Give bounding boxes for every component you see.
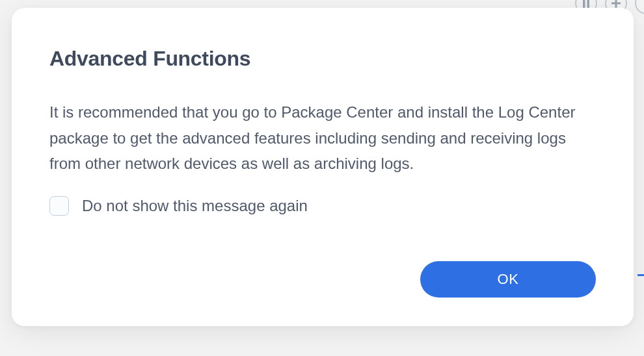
svg-rect-3 xyxy=(611,3,621,5)
background-accent-line xyxy=(637,274,644,276)
dialog-body-text: It is recommended that you go to Package… xyxy=(49,99,596,177)
dialog-footer: OK xyxy=(49,261,596,298)
do-not-show-label[interactable]: Do not show this message again xyxy=(82,197,308,215)
svg-rect-1 xyxy=(587,0,590,8)
do-not-show-checkbox[interactable] xyxy=(49,196,69,216)
ok-button[interactable]: OK xyxy=(420,261,596,298)
advanced-functions-dialog: Advanced Functions It is recommended tha… xyxy=(12,8,634,326)
dialog-title: Advanced Functions xyxy=(49,47,596,71)
do-not-show-row[interactable]: Do not show this message again xyxy=(49,196,596,216)
svg-rect-0 xyxy=(583,0,585,8)
partial-icon xyxy=(635,0,644,14)
